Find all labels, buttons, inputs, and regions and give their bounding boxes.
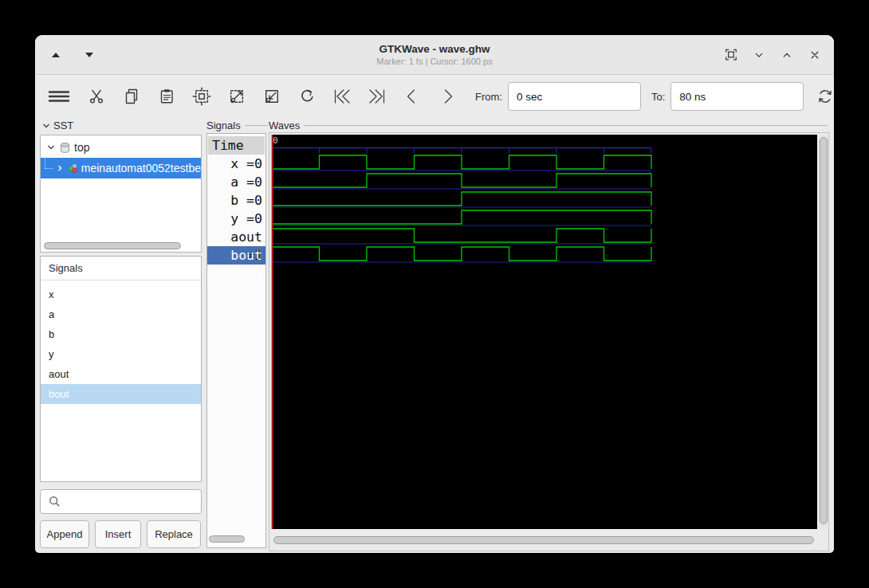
- sst-label: SST: [53, 120, 73, 131]
- replace-button-label: Replace: [155, 528, 193, 540]
- gtkwave-window: GTKWave - wave.ghw Marker: 1 fs | Cursor…: [35, 35, 834, 553]
- close-button[interactable]: [807, 47, 823, 63]
- time-header[interactable]: Time: [208, 136, 265, 155]
- values-hscrollbar[interactable]: [209, 535, 245, 543]
- database-cylinder-icon: [59, 142, 71, 154]
- chevron-down-icon: [751, 47, 767, 63]
- cut-button[interactable]: [87, 87, 106, 106]
- from-label: From:: [475, 91, 502, 103]
- chevron-left-icon: [403, 87, 422, 106]
- waves-vscrollbar[interactable]: [819, 135, 828, 529]
- signal-value-row-y[interactable]: y =0: [207, 210, 265, 228]
- fast-backward-icon: [332, 87, 352, 106]
- shade-up-button[interactable]: [48, 47, 64, 63]
- undo-icon: [297, 87, 317, 106]
- append-button-label: Append: [47, 528, 83, 540]
- to-input[interactable]: [670, 82, 804, 111]
- chevron-right-icon[interactable]: [56, 163, 65, 173]
- waves-frame-label-text: Waves: [269, 120, 300, 131]
- close-icon: [807, 47, 823, 63]
- signals-list-header: Signals: [41, 257, 201, 280]
- svg-text:0: 0: [273, 135, 278, 146]
- go-to-start-button[interactable]: [332, 87, 352, 106]
- window-title: GTKWave - wave.ghw: [35, 43, 834, 55]
- titlebar-right-controls: [723, 35, 823, 74]
- titlebar[interactable]: GTKWave - wave.ghw Marker: 1 fs | Cursor…: [35, 35, 834, 75]
- waves-frame-label: Waves: [269, 120, 828, 131]
- tree-item-label: top: [74, 141, 89, 154]
- copy-icon: [122, 87, 141, 106]
- triangle-down-icon: [85, 53, 93, 57]
- shade-down-button[interactable]: [81, 47, 97, 63]
- signal-list-item-bout[interactable]: bout: [41, 384, 201, 404]
- sst-section-header[interactable]: SST: [41, 120, 73, 131]
- signal-value-row-x[interactable]: x =0: [207, 155, 265, 173]
- signal-list-item-b[interactable]: b: [41, 324, 201, 344]
- to-label: To:: [651, 91, 665, 103]
- scrollbar-thumb[interactable]: [209, 535, 245, 543]
- wave-canvas[interactable]: 0: [271, 135, 817, 529]
- chevron-down-icon[interactable]: [46, 143, 56, 152]
- paste-button[interactable]: [157, 87, 176, 106]
- fullscreen-button[interactable]: [723, 47, 739, 63]
- from-input[interactable]: [508, 82, 641, 111]
- insert-button[interactable]: Insert: [95, 520, 141, 548]
- fullscreen-icon: [723, 46, 739, 63]
- tree-item-top[interactable]: top: [41, 137, 201, 158]
- zoom-in-icon: [262, 87, 281, 106]
- insert-button-label: Insert: [105, 528, 132, 540]
- signals-list: xabyaoutbout: [41, 280, 201, 404]
- zoom-in-button[interactable]: [262, 87, 281, 106]
- search-icon: [48, 495, 61, 508]
- chevron-down-icon: [41, 121, 51, 131]
- signal-list-item-a[interactable]: a: [41, 304, 201, 324]
- signal-value-row-a[interactable]: a =0: [207, 173, 265, 191]
- waves-hscrollbar[interactable]: [271, 535, 817, 546]
- signal-list-item-aout[interactable]: aout: [41, 364, 201, 384]
- scrollbar-thumb[interactable]: [273, 536, 814, 544]
- signal-list-item-x[interactable]: x: [41, 284, 201, 304]
- reload-button[interactable]: [815, 86, 834, 107]
- fast-forward-icon: [368, 87, 387, 106]
- titlebar-left-controls: [48, 35, 97, 74]
- zoom-fit-icon: [192, 87, 211, 106]
- toolbar: From: To:: [35, 75, 834, 118]
- append-button[interactable]: Append: [40, 520, 89, 548]
- replace-button[interactable]: Replace: [147, 520, 201, 548]
- signal-values-panel: Time x =0a =0b =0y =0aout =1bout =1: [206, 133, 266, 548]
- signal-list-item-y[interactable]: y: [41, 344, 201, 364]
- tree-item-label: meinautomat0052testbe: [81, 162, 201, 174]
- undo-button[interactable]: [297, 87, 317, 106]
- signals-frame-label: Signals: [206, 120, 268, 131]
- triangle-up-icon: [52, 53, 60, 57]
- paste-clipboard-icon: [157, 87, 176, 106]
- scrollbar-thumb[interactable]: [820, 137, 828, 524]
- menu-button[interactable]: [47, 87, 71, 106]
- zoom-fit-button[interactable]: [192, 87, 211, 106]
- signal-value-row-bout[interactable]: bout =1: [207, 246, 265, 265]
- zoom-out-icon: [227, 87, 246, 106]
- tree-item-meinautomat[interactable]: meinautomat0052testbe: [41, 158, 201, 178]
- zoom-out-button[interactable]: [227, 87, 246, 106]
- scrollbar-thumb[interactable]: [44, 242, 181, 249]
- scissors-icon: [87, 87, 106, 106]
- prev-edge-button[interactable]: [403, 87, 422, 106]
- marker-cursor-status: Marker: 1 fs | Cursor: 1600 ps: [35, 57, 834, 66]
- next-edge-button[interactable]: [438, 87, 457, 106]
- signal-search-box[interactable]: [40, 489, 202, 514]
- hamburger-menu-icon: [47, 87, 71, 106]
- maximize-button[interactable]: [779, 47, 795, 63]
- minimize-button[interactable]: [751, 47, 767, 63]
- wave-canvas-svg: 0: [271, 135, 817, 529]
- titlebar-center: GTKWave - wave.ghw Marker: 1 fs | Cursor…: [35, 43, 834, 66]
- signal-value-row-b[interactable]: b =0: [207, 191, 265, 210]
- component-icon: [68, 163, 78, 174]
- sst-tree-panel: top meinautomat0052testbe: [40, 135, 202, 253]
- go-to-end-button[interactable]: [368, 87, 387, 106]
- chevron-right-icon: [438, 87, 457, 106]
- signal-value-row-aout[interactable]: aout =1: [207, 228, 265, 246]
- copy-button[interactable]: [122, 87, 141, 106]
- waves-panel: 0: [269, 132, 829, 551]
- signal-values: x =0a =0b =0y =0aout =1bout =1: [207, 155, 265, 265]
- tree-hscrollbar[interactable]: [44, 242, 181, 249]
